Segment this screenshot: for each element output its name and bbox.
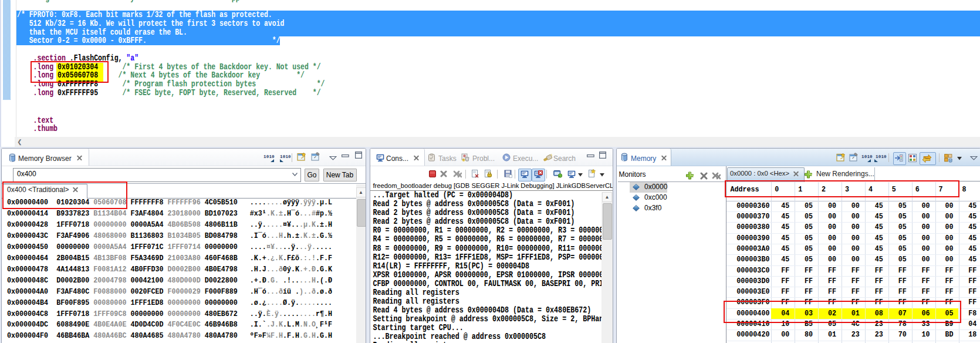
svg-text:!: ! bbox=[463, 159, 464, 162]
